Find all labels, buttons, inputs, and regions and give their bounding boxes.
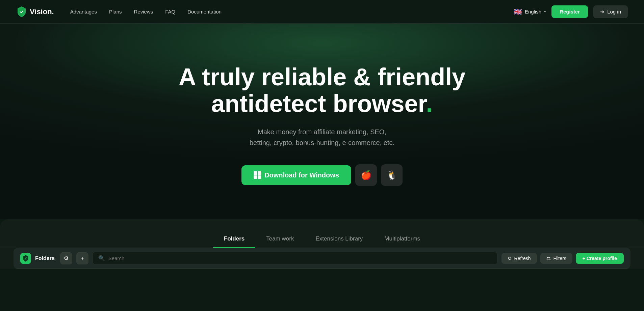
app-toolbar: Folders ⚙ + 🔍 ↻ Refresh ⚖ Filters [14, 248, 630, 269]
nav-link-faq[interactable]: FAQ [165, 9, 175, 15]
tab-multiplatforms[interactable]: Multiplatforms [373, 230, 431, 248]
language-label: English [525, 9, 541, 15]
download-windows-button[interactable]: Download for Windows [241, 165, 351, 185]
login-icon: ➜ [600, 9, 604, 15]
hero-title-dot: . [426, 90, 433, 117]
filters-button[interactable]: ⚖ Filters [540, 253, 572, 264]
nav-link-plans[interactable]: Plans [109, 9, 122, 15]
folders-label: Folders [35, 255, 55, 261]
search-icon: 🔍 [98, 255, 105, 261]
tab-teamwork[interactable]: Team work [255, 230, 305, 248]
hero-buttons: Download for Windows 🍎 🐧 [241, 164, 403, 186]
nav-link-documentation[interactable]: Documentation [187, 9, 222, 15]
search-bar[interactable]: 🔍 [93, 252, 497, 264]
create-label: + Create profile [583, 256, 617, 261]
tabs-bar: Folders Team work Extensions Library Mul… [0, 219, 644, 248]
logo-text: Vision. [30, 7, 54, 16]
filters-label: Filters [553, 256, 566, 261]
nav-links: Advantages Plans Reviews FAQ Documentati… [70, 9, 222, 15]
hero-subtitle: Make money from affiliate marketing, SEO… [250, 126, 394, 148]
logo[interactable]: Vision. [16, 6, 54, 18]
refresh-label: Refresh [514, 256, 531, 261]
search-input[interactable] [108, 255, 492, 261]
toolbar-actions: ↻ Refresh ⚖ Filters + Create profile [501, 253, 624, 264]
create-profile-button[interactable]: + Create profile [576, 253, 624, 264]
navbar: Vision. Advantages Plans Reviews FAQ Doc… [0, 0, 644, 24]
navbar-left: Vision. Advantages Plans Reviews FAQ Doc… [16, 6, 222, 18]
linux-icon: 🐧 [386, 170, 397, 180]
logo-icon [16, 6, 27, 18]
nav-link-reviews[interactable]: Reviews [134, 9, 153, 15]
tab-extensions[interactable]: Extensions Library [305, 230, 373, 248]
apple-icon: 🍎 [361, 170, 371, 180]
hero-title-line2: antidetect browser [211, 90, 426, 117]
download-label: Download for Windows [264, 171, 339, 179]
gear-icon: ⚙ [64, 255, 69, 261]
language-selector[interactable]: 🇬🇧 English ▾ [514, 8, 546, 16]
navbar-right: 🇬🇧 English ▾ Register ➜ Log in [514, 5, 628, 18]
hero-title: A truly reliable & friendly antidetect b… [179, 64, 466, 117]
login-label: Log in [607, 9, 621, 15]
plus-icon: + [81, 255, 84, 261]
app-window: Folders ⚙ + 🔍 ↻ Refresh ⚖ Filters [14, 248, 630, 269]
refresh-icon: ↻ [508, 256, 512, 261]
download-linux-button[interactable]: 🐧 [381, 164, 403, 186]
tab-folders[interactable]: Folders [213, 230, 255, 248]
nav-link-advantages[interactable]: Advantages [70, 9, 97, 15]
settings-button[interactable]: ⚙ [60, 252, 72, 264]
chevron-down-icon: ▾ [544, 9, 546, 14]
download-apple-button[interactable]: 🍎 [355, 164, 377, 186]
login-button[interactable]: ➜ Log in [593, 5, 628, 18]
windows-icon [254, 171, 261, 179]
filters-icon: ⚖ [546, 256, 551, 261]
add-folder-button[interactable]: + [76, 252, 88, 264]
app-logo-small [20, 253, 31, 264]
register-button[interactable]: Register [551, 5, 588, 18]
flag-icon: 🇬🇧 [514, 8, 522, 16]
hero-title-line1: A truly reliable & friendly [179, 63, 466, 90]
hero-section: A truly reliable & friendly antidetect b… [0, 24, 644, 219]
refresh-button[interactable]: ↻ Refresh [501, 253, 537, 264]
feature-section: Folders Team work Extensions Library Mul… [0, 219, 644, 269]
